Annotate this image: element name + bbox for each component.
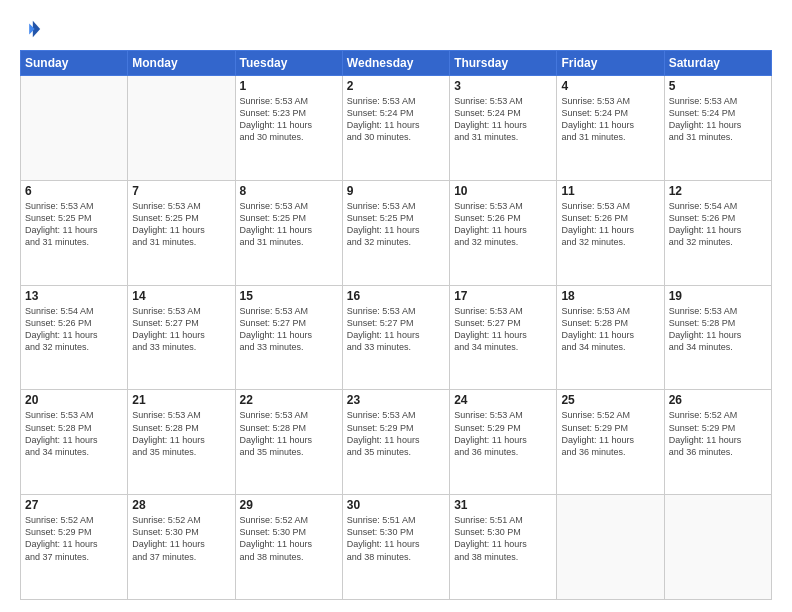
day-number: 19 <box>669 289 767 303</box>
day-number: 3 <box>454 79 552 93</box>
day-number: 9 <box>347 184 445 198</box>
calendar-cell: 11Sunrise: 5:53 AM Sunset: 5:26 PM Dayli… <box>557 180 664 285</box>
calendar-cell: 9Sunrise: 5:53 AM Sunset: 5:25 PM Daylig… <box>342 180 449 285</box>
day-info: Sunrise: 5:53 AM Sunset: 5:23 PM Dayligh… <box>240 95 338 144</box>
day-number: 30 <box>347 498 445 512</box>
calendar-cell: 27Sunrise: 5:52 AM Sunset: 5:29 PM Dayli… <box>21 495 128 600</box>
calendar-cell: 20Sunrise: 5:53 AM Sunset: 5:28 PM Dayli… <box>21 390 128 495</box>
day-info: Sunrise: 5:53 AM Sunset: 5:28 PM Dayligh… <box>240 409 338 458</box>
calendar-header-row: SundayMondayTuesdayWednesdayThursdayFrid… <box>21 51 772 76</box>
day-number: 2 <box>347 79 445 93</box>
calendar-cell: 5Sunrise: 5:53 AM Sunset: 5:24 PM Daylig… <box>664 76 771 181</box>
day-number: 7 <box>132 184 230 198</box>
day-info: Sunrise: 5:54 AM Sunset: 5:26 PM Dayligh… <box>669 200 767 249</box>
day-info: Sunrise: 5:52 AM Sunset: 5:29 PM Dayligh… <box>669 409 767 458</box>
day-info: Sunrise: 5:53 AM Sunset: 5:28 PM Dayligh… <box>561 305 659 354</box>
day-number: 5 <box>669 79 767 93</box>
calendar-cell: 3Sunrise: 5:53 AM Sunset: 5:24 PM Daylig… <box>450 76 557 181</box>
calendar-cell: 26Sunrise: 5:52 AM Sunset: 5:29 PM Dayli… <box>664 390 771 495</box>
day-info: Sunrise: 5:51 AM Sunset: 5:30 PM Dayligh… <box>347 514 445 563</box>
header <box>20 18 772 40</box>
calendar-cell: 25Sunrise: 5:52 AM Sunset: 5:29 PM Dayli… <box>557 390 664 495</box>
calendar-table: SundayMondayTuesdayWednesdayThursdayFrid… <box>20 50 772 600</box>
day-number: 22 <box>240 393 338 407</box>
day-info: Sunrise: 5:53 AM Sunset: 5:28 PM Dayligh… <box>669 305 767 354</box>
day-number: 8 <box>240 184 338 198</box>
day-info: Sunrise: 5:53 AM Sunset: 5:25 PM Dayligh… <box>240 200 338 249</box>
day-info: Sunrise: 5:53 AM Sunset: 5:27 PM Dayligh… <box>347 305 445 354</box>
day-number: 26 <box>669 393 767 407</box>
day-info: Sunrise: 5:53 AM Sunset: 5:27 PM Dayligh… <box>240 305 338 354</box>
calendar-cell: 24Sunrise: 5:53 AM Sunset: 5:29 PM Dayli… <box>450 390 557 495</box>
day-number: 27 <box>25 498 123 512</box>
day-info: Sunrise: 5:53 AM Sunset: 5:28 PM Dayligh… <box>25 409 123 458</box>
calendar-week-row: 6Sunrise: 5:53 AM Sunset: 5:25 PM Daylig… <box>21 180 772 285</box>
calendar-cell: 30Sunrise: 5:51 AM Sunset: 5:30 PM Dayli… <box>342 495 449 600</box>
logo-icon <box>20 18 42 40</box>
calendar-week-row: 1Sunrise: 5:53 AM Sunset: 5:23 PM Daylig… <box>21 76 772 181</box>
calendar-cell: 4Sunrise: 5:53 AM Sunset: 5:24 PM Daylig… <box>557 76 664 181</box>
day-number: 14 <box>132 289 230 303</box>
calendar-cell: 31Sunrise: 5:51 AM Sunset: 5:30 PM Dayli… <box>450 495 557 600</box>
calendar-cell: 22Sunrise: 5:53 AM Sunset: 5:28 PM Dayli… <box>235 390 342 495</box>
day-number: 29 <box>240 498 338 512</box>
calendar-cell: 21Sunrise: 5:53 AM Sunset: 5:28 PM Dayli… <box>128 390 235 495</box>
calendar-cell: 2Sunrise: 5:53 AM Sunset: 5:24 PM Daylig… <box>342 76 449 181</box>
calendar-cell <box>128 76 235 181</box>
logo <box>20 18 46 40</box>
day-info: Sunrise: 5:54 AM Sunset: 5:26 PM Dayligh… <box>25 305 123 354</box>
calendar-week-row: 20Sunrise: 5:53 AM Sunset: 5:28 PM Dayli… <box>21 390 772 495</box>
calendar-week-row: 27Sunrise: 5:52 AM Sunset: 5:29 PM Dayli… <box>21 495 772 600</box>
calendar-cell: 7Sunrise: 5:53 AM Sunset: 5:25 PM Daylig… <box>128 180 235 285</box>
day-number: 16 <box>347 289 445 303</box>
calendar-cell: 6Sunrise: 5:53 AM Sunset: 5:25 PM Daylig… <box>21 180 128 285</box>
calendar-cell: 23Sunrise: 5:53 AM Sunset: 5:29 PM Dayli… <box>342 390 449 495</box>
day-info: Sunrise: 5:53 AM Sunset: 5:28 PM Dayligh… <box>132 409 230 458</box>
calendar-cell: 14Sunrise: 5:53 AM Sunset: 5:27 PM Dayli… <box>128 285 235 390</box>
calendar-cell <box>557 495 664 600</box>
calendar-cell: 10Sunrise: 5:53 AM Sunset: 5:26 PM Dayli… <box>450 180 557 285</box>
day-info: Sunrise: 5:53 AM Sunset: 5:29 PM Dayligh… <box>347 409 445 458</box>
day-number: 20 <box>25 393 123 407</box>
day-info: Sunrise: 5:53 AM Sunset: 5:25 PM Dayligh… <box>25 200 123 249</box>
day-number: 4 <box>561 79 659 93</box>
calendar-week-row: 13Sunrise: 5:54 AM Sunset: 5:26 PM Dayli… <box>21 285 772 390</box>
day-info: Sunrise: 5:51 AM Sunset: 5:30 PM Dayligh… <box>454 514 552 563</box>
calendar-header-monday: Monday <box>128 51 235 76</box>
calendar-cell: 17Sunrise: 5:53 AM Sunset: 5:27 PM Dayli… <box>450 285 557 390</box>
day-info: Sunrise: 5:53 AM Sunset: 5:27 PM Dayligh… <box>132 305 230 354</box>
calendar-header-friday: Friday <box>557 51 664 76</box>
calendar-cell <box>664 495 771 600</box>
calendar-cell: 19Sunrise: 5:53 AM Sunset: 5:28 PM Dayli… <box>664 285 771 390</box>
day-info: Sunrise: 5:52 AM Sunset: 5:29 PM Dayligh… <box>25 514 123 563</box>
calendar-header-saturday: Saturday <box>664 51 771 76</box>
calendar-header-thursday: Thursday <box>450 51 557 76</box>
day-number: 10 <box>454 184 552 198</box>
day-info: Sunrise: 5:53 AM Sunset: 5:29 PM Dayligh… <box>454 409 552 458</box>
calendar-cell: 12Sunrise: 5:54 AM Sunset: 5:26 PM Dayli… <box>664 180 771 285</box>
calendar-cell: 16Sunrise: 5:53 AM Sunset: 5:27 PM Dayli… <box>342 285 449 390</box>
day-number: 24 <box>454 393 552 407</box>
day-info: Sunrise: 5:53 AM Sunset: 5:25 PM Dayligh… <box>347 200 445 249</box>
day-number: 25 <box>561 393 659 407</box>
day-info: Sunrise: 5:53 AM Sunset: 5:26 PM Dayligh… <box>561 200 659 249</box>
day-number: 13 <box>25 289 123 303</box>
calendar-cell: 1Sunrise: 5:53 AM Sunset: 5:23 PM Daylig… <box>235 76 342 181</box>
day-number: 17 <box>454 289 552 303</box>
calendar-cell: 29Sunrise: 5:52 AM Sunset: 5:30 PM Dayli… <box>235 495 342 600</box>
day-info: Sunrise: 5:52 AM Sunset: 5:30 PM Dayligh… <box>240 514 338 563</box>
day-number: 12 <box>669 184 767 198</box>
calendar-header-wednesday: Wednesday <box>342 51 449 76</box>
calendar-header-tuesday: Tuesday <box>235 51 342 76</box>
calendar-cell: 15Sunrise: 5:53 AM Sunset: 5:27 PM Dayli… <box>235 285 342 390</box>
calendar-cell <box>21 76 128 181</box>
day-number: 1 <box>240 79 338 93</box>
day-number: 31 <box>454 498 552 512</box>
day-number: 23 <box>347 393 445 407</box>
day-info: Sunrise: 5:53 AM Sunset: 5:24 PM Dayligh… <box>454 95 552 144</box>
calendar-cell: 8Sunrise: 5:53 AM Sunset: 5:25 PM Daylig… <box>235 180 342 285</box>
calendar-cell: 18Sunrise: 5:53 AM Sunset: 5:28 PM Dayli… <box>557 285 664 390</box>
day-number: 11 <box>561 184 659 198</box>
calendar-header-sunday: Sunday <box>21 51 128 76</box>
day-info: Sunrise: 5:52 AM Sunset: 5:29 PM Dayligh… <box>561 409 659 458</box>
